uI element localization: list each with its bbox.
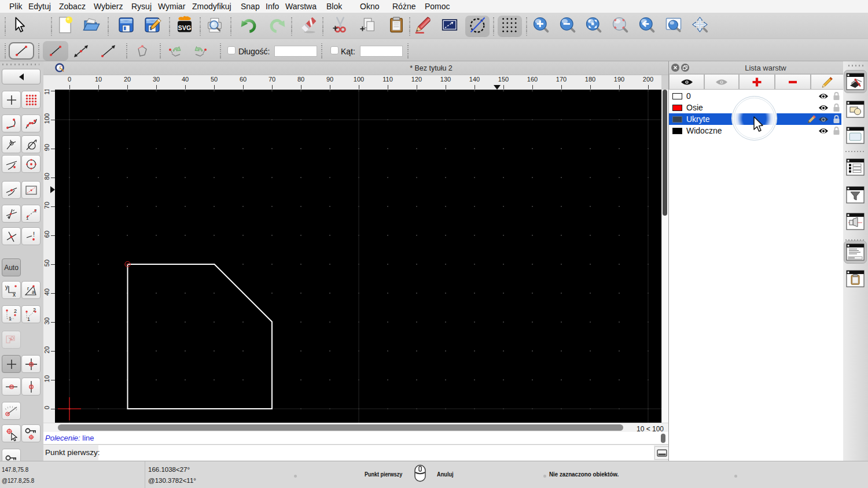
svg-text:!: !: [33, 231, 35, 238]
svg-text:2: 2: [14, 308, 17, 314]
svg-text:1: 1: [27, 316, 30, 322]
svg-text:1: 1: [9, 316, 12, 321]
svg-text:a: a: [32, 289, 35, 295]
svg-text:SVG: SVG: [178, 24, 192, 31]
svg-text:r: r: [27, 286, 29, 291]
svg-text:y: y: [5, 284, 8, 290]
